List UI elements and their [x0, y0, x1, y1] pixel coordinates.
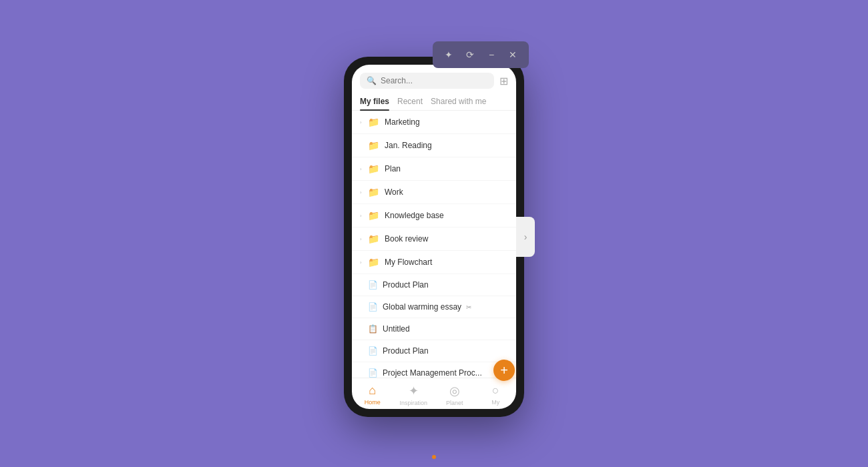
- list-item[interactable]: 📄 Product Plan: [352, 274, 516, 296]
- list-item[interactable]: › 📁 Book review: [352, 227, 516, 251]
- list-item[interactable]: 📄 Global warming essay ✂: [352, 296, 516, 318]
- list-item[interactable]: › 📁 My Flowchart: [352, 251, 516, 274]
- list-item[interactable]: › 📁 Marketing: [352, 111, 516, 134]
- list-item[interactable]: › 📁 Plan: [352, 157, 516, 181]
- document-icon: 📄: [368, 302, 377, 312]
- list-item[interactable]: 📄 Project Management Proc...: [352, 362, 516, 378]
- list-item[interactable]: 📋 Untitled: [352, 318, 516, 340]
- search-bar: 🔍 ⊞: [352, 65, 516, 93]
- share-icon: ✂: [466, 304, 471, 311]
- history-icon: ⟳: [466, 49, 474, 60]
- plus-icon: +: [500, 364, 508, 377]
- item-name: Product Plan: [383, 280, 508, 290]
- nav-label-home: Home: [365, 399, 381, 406]
- my-icon: ○: [492, 384, 499, 398]
- chevron-icon: ›: [360, 236, 365, 242]
- nav-item-planet[interactable]: ◎ Planet: [434, 384, 475, 406]
- phone-frame: 🔍 ⊞ My files Recent Shared with me › 📁: [344, 57, 524, 417]
- planet-icon: ◎: [449, 384, 460, 398]
- nav-label-my: My: [491, 399, 499, 406]
- nav-item-inspiration[interactable]: ✦ Inspiration: [393, 384, 435, 406]
- item-name: Marketing: [385, 117, 508, 127]
- item-name: Product Plan: [383, 346, 508, 356]
- list-item[interactable]: › 📁 Work: [352, 181, 516, 204]
- folder-icon: 📁: [368, 163, 379, 174]
- arrow-right-icon: ›: [524, 231, 527, 242]
- list-item[interactable]: 📁 Jan. Reading: [352, 134, 516, 157]
- list-item[interactable]: 📄 Product Plan: [352, 340, 516, 362]
- folder-icon: 📁: [368, 257, 379, 268]
- item-name: Jan. Reading: [385, 141, 508, 150]
- chevron-icon: ›: [360, 213, 365, 219]
- home-icon: ⌂: [369, 384, 376, 398]
- list-item[interactable]: › 📁 Knowledge base: [352, 204, 516, 227]
- tabs-bar: My files Recent Shared with me: [352, 93, 516, 111]
- item-name: Knowledge base: [385, 211, 508, 220]
- folder-icon: 📁: [368, 234, 379, 244]
- tab-my-files[interactable]: My files: [360, 93, 389, 110]
- folder-icon: 📁: [368, 140, 379, 151]
- minimize-icon: −: [489, 49, 494, 60]
- item-name: My Flowchart: [385, 258, 508, 267]
- chevron-icon: ›: [360, 166, 365, 172]
- grid-view-icon[interactable]: ⊞: [499, 75, 508, 87]
- item-name: Work: [385, 187, 508, 197]
- tab-recent[interactable]: Recent: [397, 93, 423, 110]
- chevron-icon: ›: [360, 189, 365, 195]
- folder-icon: 📁: [368, 210, 379, 221]
- document-icon: 📋: [368, 324, 377, 334]
- document-icon: 📄: [368, 368, 377, 378]
- item-name: Plan: [385, 164, 508, 173]
- close-button[interactable]: ✕: [503, 45, 522, 64]
- item-name: Project Management Proc...: [383, 368, 508, 378]
- item-name: Book review: [385, 234, 508, 244]
- star-button[interactable]: ✦: [439, 45, 458, 64]
- chevron-icon: ›: [360, 119, 365, 125]
- file-list: › 📁 Marketing 📁 Jan. Reading › 📁 Plan › …: [352, 111, 516, 378]
- window-controls-bar: ✦ ⟳ − ✕: [433, 41, 529, 68]
- document-icon: 📄: [368, 346, 377, 356]
- bottom-nav: ⌂ Home ✦ Inspiration ◎ Planet ○ My: [352, 378, 516, 409]
- side-arrow-button[interactable]: ›: [516, 217, 535, 257]
- search-icon: 🔍: [367, 76, 377, 85]
- tab-shared-with-me[interactable]: Shared with me: [431, 93, 486, 110]
- chevron-icon: ›: [360, 260, 365, 266]
- search-input[interactable]: [381, 76, 487, 85]
- nav-label-planet: Planet: [446, 400, 463, 406]
- inspiration-icon: ✦: [409, 384, 419, 398]
- phone-screen: 🔍 ⊞ My files Recent Shared with me › 📁: [352, 65, 516, 409]
- document-icon: 📄: [368, 280, 377, 290]
- folder-icon: 📁: [368, 117, 379, 127]
- nav-item-my[interactable]: ○ My: [475, 384, 517, 406]
- star-icon: ✦: [445, 49, 453, 60]
- nav-item-home[interactable]: ⌂ Home: [352, 384, 393, 406]
- nav-label-inspiration: Inspiration: [399, 400, 427, 406]
- item-name: Global warming essay ✂: [383, 302, 508, 312]
- orange-dot-indicator: [432, 455, 436, 459]
- close-icon: ✕: [509, 49, 517, 60]
- item-name: Untitled: [383, 324, 508, 334]
- fab-add-button[interactable]: +: [493, 360, 515, 381]
- search-input-wrap[interactable]: 🔍: [360, 73, 494, 89]
- history-button[interactable]: ⟳: [461, 45, 479, 64]
- folder-icon: 📁: [368, 187, 379, 197]
- minimize-button[interactable]: −: [482, 45, 501, 64]
